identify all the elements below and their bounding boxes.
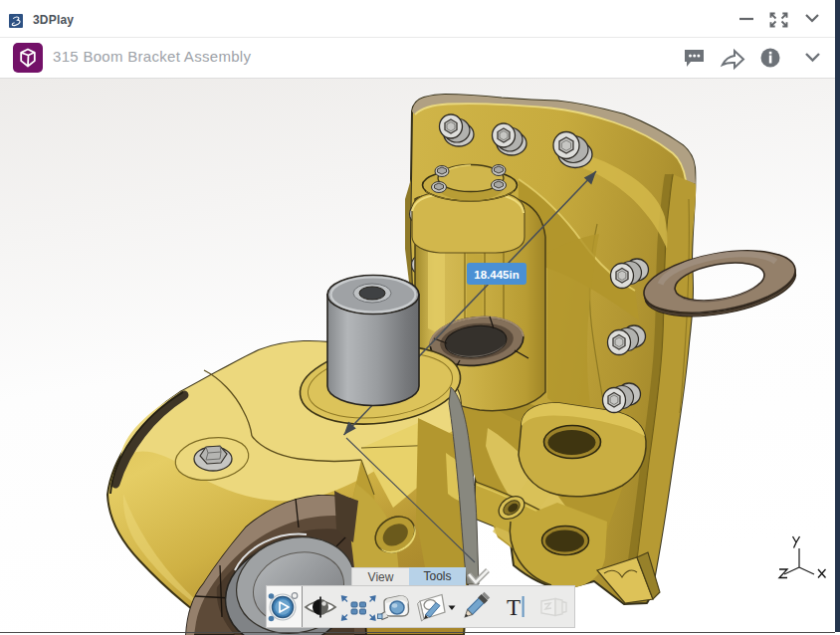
svg-text:18.445in: 18.445in — [474, 269, 519, 281]
svg-text:T: T — [507, 595, 521, 620]
